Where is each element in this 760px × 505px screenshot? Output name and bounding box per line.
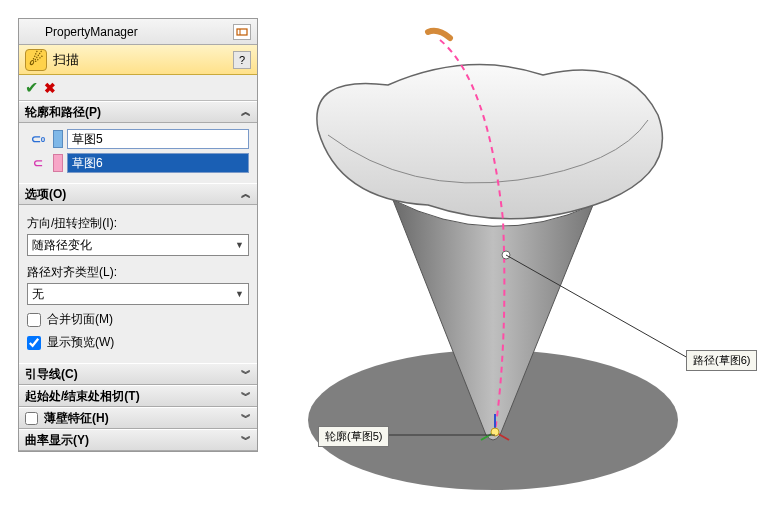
path-color-swatch bbox=[53, 154, 63, 172]
feature-title-bar: ☄ 扫描 ? bbox=[19, 45, 257, 75]
path-selection-row: ⊂ bbox=[27, 153, 249, 173]
pm-title-bar: PropertyManager bbox=[19, 19, 257, 45]
path-align-label: 路径对齐类型(L): bbox=[27, 264, 249, 281]
merge-faces-checkbox[interactable] bbox=[27, 313, 41, 327]
svg-rect-8 bbox=[237, 29, 247, 35]
chevron-down-icon: ▼ bbox=[235, 289, 244, 299]
group-thin-header[interactable]: 薄壁特征(H) ︾ bbox=[19, 407, 257, 429]
thin-feature-checkbox[interactable] bbox=[25, 412, 38, 425]
sweep-feature-icon: ☄ bbox=[25, 49, 47, 71]
group-startend-header[interactable]: 起始处/结束处相切(T) ︾ bbox=[19, 385, 257, 407]
profile-color-swatch bbox=[53, 130, 63, 148]
chevron-down-icon: ▼ bbox=[235, 240, 244, 250]
profile-input[interactable] bbox=[67, 129, 249, 149]
merge-faces-checkbox-row[interactable]: 合并切面(M) bbox=[27, 311, 249, 328]
property-manager-panel: PropertyManager ☄ 扫描 ? ✔ ✖ 轮廓和路径(P) ︽ ⊂0… bbox=[18, 18, 258, 452]
twist-control-combo[interactable]: 随路径变化 ▼ bbox=[27, 234, 249, 256]
group-guide-title: 引导线(C) bbox=[25, 366, 78, 383]
group-guide-header[interactable]: 引导线(C) ︾ bbox=[19, 363, 257, 385]
group-options-header[interactable]: 选项(O) ︽ bbox=[19, 183, 257, 205]
group-profile-path-header[interactable]: 轮廓和路径(P) ︽ bbox=[19, 101, 257, 123]
path-input[interactable] bbox=[67, 153, 249, 173]
ok-icon[interactable]: ✔ bbox=[25, 78, 38, 97]
profile-selection-row: ⊂0 bbox=[27, 129, 249, 149]
group-curvature-title: 曲率显示(Y) bbox=[25, 432, 89, 449]
graphics-viewport[interactable]: 路径(草图6) 轮廓(草图5) bbox=[258, 0, 760, 505]
show-preview-checkbox[interactable] bbox=[27, 336, 41, 350]
chevron-down-icon: ︾ bbox=[241, 367, 251, 381]
path-icon: ⊂ bbox=[27, 153, 49, 173]
group-options-title: 选项(O) bbox=[25, 186, 66, 203]
pm-title-text: PropertyManager bbox=[45, 25, 138, 39]
chevron-up-icon: ︽ bbox=[241, 187, 251, 201]
group-profile-path-title: 轮廓和路径(P) bbox=[25, 104, 101, 121]
pin-icon[interactable] bbox=[233, 24, 251, 40]
path-align-combo[interactable]: 无 ▼ bbox=[27, 283, 249, 305]
group-profile-path-body: ⊂0 ⊂ bbox=[19, 123, 257, 183]
cancel-icon[interactable]: ✖ bbox=[44, 80, 56, 96]
twist-control-value: 随路径变化 bbox=[32, 237, 92, 254]
confirm-row: ✔ ✖ bbox=[19, 75, 257, 101]
show-preview-label: 显示预览(W) bbox=[47, 334, 114, 351]
group-curvature-header[interactable]: 曲率显示(Y) ︾ bbox=[19, 429, 257, 451]
callout-profile: 轮廓(草图5) bbox=[318, 426, 389, 447]
chevron-down-icon: ︾ bbox=[241, 411, 251, 425]
chevron-down-icon: ︾ bbox=[241, 389, 251, 403]
callout-path: 路径(草图6) bbox=[686, 350, 757, 371]
profile-icon: ⊂0 bbox=[27, 129, 49, 149]
group-thin-title: 薄壁特征(H) bbox=[44, 410, 109, 427]
chevron-up-icon: ︽ bbox=[241, 105, 251, 119]
show-preview-checkbox-row[interactable]: 显示预览(W) bbox=[27, 334, 249, 351]
help-icon[interactable]: ? bbox=[233, 51, 251, 69]
group-startend-title: 起始处/结束处相切(T) bbox=[25, 388, 140, 405]
feature-name: 扫描 bbox=[53, 51, 79, 69]
merge-faces-label: 合并切面(M) bbox=[47, 311, 113, 328]
twist-control-label: 方向/扭转控制(I): bbox=[27, 215, 249, 232]
chevron-down-icon: ︾ bbox=[241, 433, 251, 447]
group-options-body: 方向/扭转控制(I): 随路径变化 ▼ 路径对齐类型(L): 无 ▼ 合并切面(… bbox=[19, 205, 257, 363]
path-align-value: 无 bbox=[32, 286, 44, 303]
